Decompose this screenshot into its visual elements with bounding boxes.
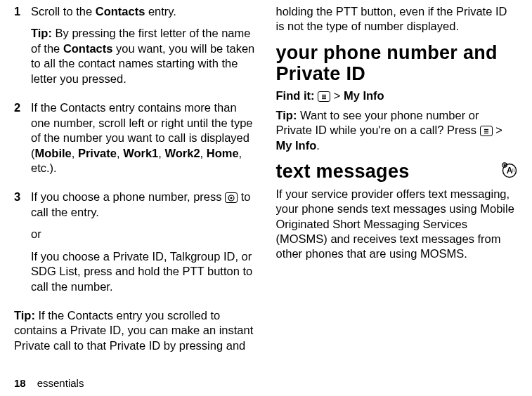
step-3: 3 If you choose a phone number, press to… [14, 190, 257, 301]
step-3-or: or [31, 227, 257, 242]
section-heading-text: text messages [276, 161, 410, 183]
section-heading-phone: your phone number and Private ID [276, 43, 519, 84]
left-column: 1 Scroll to the Contacts entry. Tip: By … [14, 4, 257, 360]
continuation-text: holding the PTT button, even if the Priv… [276, 4, 519, 34]
page-footer: 18 essentials [14, 377, 84, 389]
text-messages-body: If your service provider offers text mes… [276, 187, 519, 262]
send-key-icon [225, 192, 238, 203]
step-1: 1 Scroll to the Contacts entry. Tip: By … [14, 4, 257, 93]
menu-key-icon [480, 126, 493, 136]
tip-text: Tip: If the Contacts entry you scrolled … [14, 308, 257, 353]
step-number: 3 [14, 190, 31, 301]
page-number: 18 [14, 377, 26, 389]
text-messages-heading-row: text messages A )) [276, 161, 519, 183]
step-1-text: Scroll to the Contacts entry. [31, 4, 257, 19]
step-body: If you choose a phone number, press to c… [31, 190, 257, 301]
step-1-tip: Tip: By pressing the first letter of the… [31, 26, 257, 86]
footer-section-label: essentials [37, 377, 84, 389]
feature-badge-icon: A )) [501, 161, 518, 180]
step-2-text: If the Contacts entry contains more than… [31, 100, 257, 176]
step-body: Scroll to the Contacts entry. Tip: By pr… [31, 4, 257, 93]
right-column: holding the PTT button, even if the Priv… [276, 4, 519, 360]
step-3-text-a: If you choose a phone number, press to c… [31, 190, 257, 220]
tip-block: Tip: If the Contacts entry you scrolled … [14, 308, 257, 353]
tip-phone-id: Tip: Want to see your phone number or Pr… [276, 108, 519, 153]
step-number: 1 [14, 4, 31, 93]
svg-point-1 [231, 197, 233, 199]
menu-key-icon [318, 91, 330, 102]
find-it-line: Find it: > My Info [276, 88, 519, 103]
step-body: If the Contacts entry contains more than… [31, 100, 257, 183]
step-number: 2 [14, 100, 31, 183]
step-3-text-b: If you choose a Private ID, Talkgroup ID… [31, 249, 257, 294]
svg-text:)): )) [512, 168, 515, 172]
step-2: 2 If the Contacts entry contains more th… [14, 100, 257, 183]
